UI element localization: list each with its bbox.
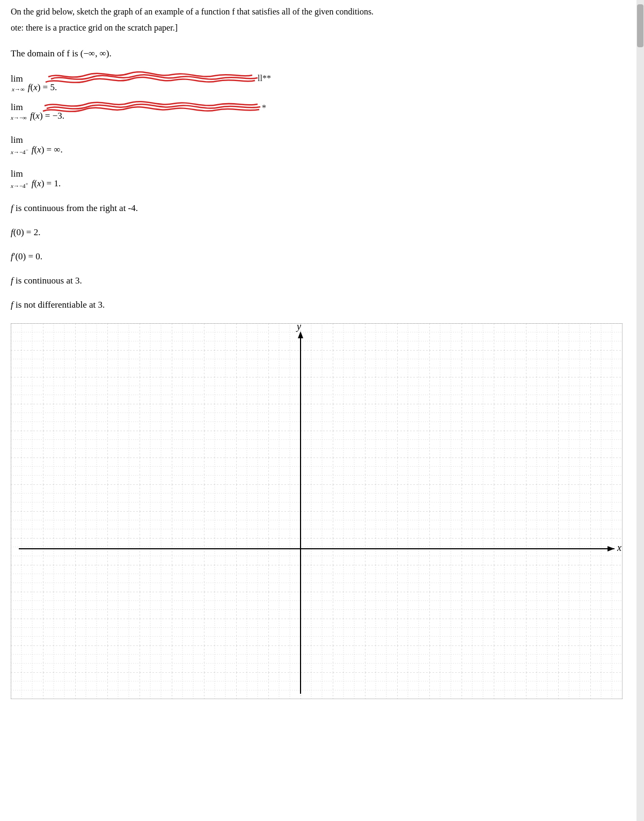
- condition-lim-neg4-left: lim x→−4− f(x) = ∞.: [11, 133, 628, 157]
- condition-f0: f(0) = 2.: [11, 225, 628, 239]
- header-line2: ote: there is a practice grid on the scr…: [11, 21, 628, 34]
- lim-sub-1: x→∞: [12, 85, 25, 95]
- lim-word-1: lim: [11, 71, 23, 86]
- coordinate-graph: x y: [11, 323, 623, 699]
- red-annotation-1: [43, 67, 268, 94]
- y-axis-label: y: [296, 323, 301, 332]
- red-annotation-2: [40, 97, 271, 123]
- header-line1: On the grid below, sketch the graph of a…: [11, 5, 628, 18]
- condition-lim-neg-inf: lim x→−∞ f(x) = −3. *: [11, 100, 628, 123]
- lim-func-1: f(x) = 5.: [28, 80, 57, 95]
- lim-sub-2: x→−∞: [11, 113, 27, 123]
- lim-sub-4: x→−4+: [11, 180, 28, 191]
- domain-statement: The domain of f is (−∞, ∞).: [11, 46, 628, 61]
- lim-word-4: lim: [11, 166, 23, 181]
- scrollbar[interactable]: [636, 0, 644, 821]
- lim-func-3: f(x) = ∞.: [32, 142, 63, 157]
- graph-container: x y: [11, 323, 623, 699]
- scrollbar-thumb[interactable]: [637, 4, 643, 47]
- condition-lim-inf: lim x→∞ f(x) = 5. ll**: [11, 71, 628, 95]
- condition-continuous-3: f is continuous at 3.: [11, 273, 628, 288]
- lim-word-2: lim: [11, 100, 23, 114]
- x-axis-label: x: [617, 542, 621, 553]
- condition-continuous-right: f is continuous from the right at -4.: [11, 201, 628, 215]
- lim-func-2: f(x) = −3.: [30, 108, 64, 123]
- lim-func-4: f(x) = 1.: [32, 176, 61, 191]
- condition-fprime0: f′(0) = 0.: [11, 249, 628, 264]
- annotation-text-2: *: [262, 101, 266, 115]
- condition-lim-neg4-right: lim x→−4+ f(x) = 1.: [11, 166, 628, 191]
- annotation-text-1: ll**: [258, 71, 271, 85]
- lim-sub-3: x→−4−: [11, 146, 28, 157]
- lim-word-3: lim: [11, 133, 23, 147]
- svg-rect-8: [11, 323, 623, 699]
- condition-not-diff-3: f is not differentiable at 3.: [11, 297, 628, 312]
